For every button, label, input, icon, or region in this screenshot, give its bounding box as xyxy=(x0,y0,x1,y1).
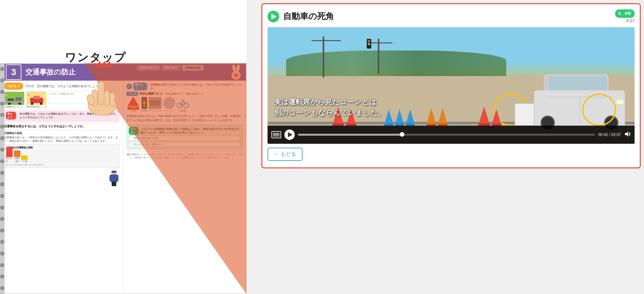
section-shirabeyou: 🔍 調べよう 交通事故を防ぐためのくふうやとり組みには、どのようなものがあるでし… xyxy=(126,83,243,90)
section-heading-2: 交通事故を防止するには、どのようにすればよいでしょうか。 xyxy=(4,125,120,129)
page-right: 27 xyxy=(239,153,243,159)
menu-line-2 xyxy=(273,134,280,135)
background-trees xyxy=(286,51,506,76)
section-ikasou: 活かそう これまでに交通事故の危険を感じた場面をふり返り、事故を防止するための安… xyxy=(126,125,243,149)
accident-cause-text: 交通事故の多くは、一時停止や安全確認をしないなど、人の行動が原因となって起きてい… xyxy=(4,136,120,143)
play-triangle-icon xyxy=(288,132,292,137)
svg-text:①: ① xyxy=(6,94,7,96)
time-display: 00:42 / 02:07 xyxy=(598,132,621,137)
svg-rect-38 xyxy=(112,171,117,173)
svg-point-13 xyxy=(236,64,240,73)
section-shirabeyou-question: 交通事故を防ぐためのくふうやとり組みには、どのようなものがあるでしょうか。 xyxy=(150,83,243,90)
car-mirror-icon xyxy=(163,97,175,109)
page-numbers: 26 交通事故によりけがを防ぐためにも、13 さい未満では、自動車に乗っていると… xyxy=(126,151,243,159)
svg-point-22 xyxy=(18,102,21,105)
svg-point-16 xyxy=(236,74,238,75)
page-ref: P.27 xyxy=(615,18,635,23)
svg-rect-8 xyxy=(110,93,114,106)
svg-rect-35 xyxy=(116,175,119,181)
svg-rect-34 xyxy=(110,175,113,181)
grade-badge: 5、6年 xyxy=(615,9,635,18)
safety-items-row: 止まれ 止まれ 信号機 xyxy=(126,97,243,112)
menu-button[interactable] xyxy=(271,131,281,138)
police-icon xyxy=(4,169,120,186)
svg-point-17 xyxy=(235,75,237,77)
body-text: 交通事故を防止するには、学校や地域でのけがと同じように、危険の予測、正しい判断、… xyxy=(126,114,243,123)
svg-point-28 xyxy=(31,102,33,105)
video-container[interactable]: 実は運転席から見たコーンとは 別のコーンもならんでいました。 xyxy=(268,27,635,144)
svg-rect-23 xyxy=(5,101,24,103)
video-subtitle: 実は運転席から見たコーンとは 別のコーンもならんでいました。 xyxy=(274,96,628,118)
menu-line-1 xyxy=(273,133,280,134)
safe-section-header: マップ 安全な場所づくり 安全な整備づくり、道路の安全マップ xyxy=(126,92,243,96)
label-kangaeyou: 考えよう xyxy=(6,112,16,119)
menu-line-3 xyxy=(273,136,280,136)
progress-handle[interactable] xyxy=(400,132,404,137)
traffic-light-icon xyxy=(142,97,147,109)
svg-point-29 xyxy=(40,102,42,105)
svg-point-12 xyxy=(232,64,236,73)
video-header: 自動車の死角 5、6年 P.27 xyxy=(268,9,635,23)
svg-rect-37 xyxy=(114,182,116,186)
chapter-number: 3 xyxy=(6,64,21,80)
spiral-binding xyxy=(0,63,5,294)
guard-block-icon xyxy=(149,97,161,109)
play-triangle-icon xyxy=(271,14,277,19)
textbook: 3 交通事故の防止 自動車の動きち 事故を防ぐ 日常的な安全 xyxy=(0,63,246,294)
svg-rect-7 xyxy=(104,91,110,106)
utility-pole-2 xyxy=(378,39,379,74)
play-icon-circle[interactable] xyxy=(268,11,279,22)
svg-point-15 xyxy=(234,74,236,75)
bicycle-icon: 自転車 xyxy=(176,97,189,112)
progress-bar-fill xyxy=(298,134,402,136)
video-controls: 00:42 / 02:07 xyxy=(268,126,635,144)
traffic-light-video xyxy=(367,39,371,49)
activity-line-2: → 防止するための、環境づくり xyxy=(129,142,240,147)
activity-line-1: → 事故の危険を感じた場面 xyxy=(129,136,240,141)
search-icon: 🔍 xyxy=(126,84,132,89)
grade-page-area: 5、6年 P.27 xyxy=(615,9,635,23)
play-button[interactable] xyxy=(284,130,295,140)
chart-area: ・小学生の交通事故の原因 飛び出し等 横断違反 xyxy=(4,144,120,168)
svg-text:②: ② xyxy=(28,94,30,96)
svg-rect-27 xyxy=(33,96,40,99)
section-ikasou-description: これまでに交通事故の危険を感じた場面をふり返り、事故を防止するための安全な行動の… xyxy=(141,127,240,134)
chapter-title: 交通事故の防止 xyxy=(25,67,76,77)
video-scene: 実は運転席から見たコーンとは 別のコーンもならんでいました。 xyxy=(268,27,635,144)
svg-rect-36 xyxy=(112,182,114,186)
back-button[interactable]: ← もどる xyxy=(268,148,303,161)
pole-crossbar-1 xyxy=(312,40,341,41)
accident-cause-title: 交通事故の原因 xyxy=(4,131,120,135)
page-left: 26 xyxy=(126,153,130,159)
hand-cursor[interactable] xyxy=(81,68,120,113)
volume-icon[interactable] xyxy=(624,131,631,139)
svg-point-21 xyxy=(8,102,11,105)
page-footnote: 交通事故によりけがを防ぐためにも、13 さい未満では、自動車に乗っているときにヘ… xyxy=(130,153,239,159)
right-panel: 自動車の死角 5、6年 P.27 xyxy=(261,3,641,168)
utility-pole-1 xyxy=(323,37,324,77)
video-title-area: 自動車の死角 xyxy=(268,11,334,22)
label-ikasou: 活かそう xyxy=(129,127,139,135)
svg-marker-3 xyxy=(106,61,113,67)
label-shirabeyou: 調べよう xyxy=(133,83,147,90)
video-title: 自動車の死角 xyxy=(283,11,334,22)
label-tsukami: つかもう xyxy=(4,83,23,90)
red-arrows xyxy=(95,61,114,72)
svg-marker-47 xyxy=(625,131,628,137)
textbook-header: 3 交通事故の防止 自動車の動きち 事故を防ぐ 日常的な安全 xyxy=(1,64,246,81)
left-panel: ワンタップ xyxy=(0,0,246,294)
progress-bar[interactable] xyxy=(298,134,595,136)
